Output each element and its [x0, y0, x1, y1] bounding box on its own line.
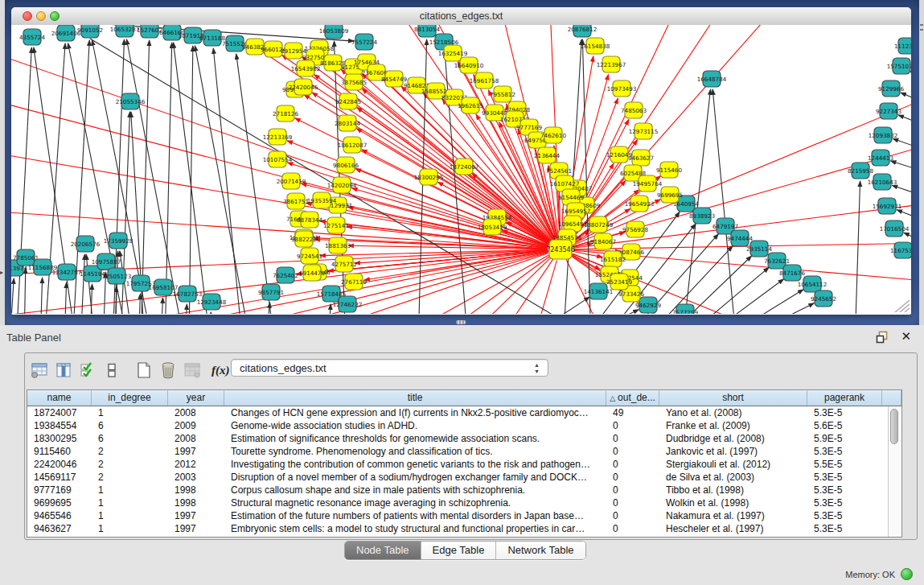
graph-edge: [728, 303, 814, 314]
table-cell: 1998: [168, 496, 224, 509]
table-row[interactable]: 1830029562008Estimation of significance …: [27, 432, 901, 445]
table-settings-icon[interactable]: [30, 360, 49, 380]
table-cell: 18724007: [27, 406, 92, 419]
graph-edge: [582, 39, 591, 314]
delete-table-icon[interactable]: [158, 360, 178, 380]
column-header-filler: [882, 390, 901, 406]
table-cell: 9115460: [27, 445, 92, 458]
graph-node-label: 2803144: [335, 120, 360, 127]
graph-edge: [138, 294, 141, 314]
show-columns-icon[interactable]: [54, 360, 73, 380]
graph-node-label: 2718126: [273, 110, 298, 117]
window-title: citations_edges.txt: [11, 10, 911, 22]
float-window-icon[interactable]: [876, 331, 889, 344]
column-header-short[interactable]: short: [659, 390, 807, 406]
graph-node-label: 9154469: [558, 194, 584, 201]
graph-node-label: 12213369: [263, 134, 293, 141]
table-cell: 2: [92, 471, 168, 484]
graph-node-label: 6914479: [299, 270, 325, 277]
table-cell: 1997: [168, 509, 224, 522]
table-cell: Changes of HCN gene expression and I(f) …: [224, 406, 606, 419]
table-header-row: namein_degreeyeartitle△out_de...shortpag…: [27, 390, 901, 406]
citation-network-graph[interactable]: 4355724206914069091052106532871527602646…: [11, 25, 911, 314]
tab-edge-table[interactable]: Edge Table: [421, 542, 497, 559]
vertical-scrollbar[interactable]: [888, 406, 901, 537]
graph-node-label: 7557224: [351, 39, 377, 46]
sort-ascending-icon: △: [610, 394, 615, 402]
table-row[interactable]: 1456911722003Disruption of a novel membe…: [27, 471, 901, 484]
table-cell: Disruption of a novel member of a sodium…: [224, 471, 606, 484]
table-cell: Yano et al. (2008): [659, 406, 807, 419]
memory-status-indicator: [901, 568, 913, 580]
graph-node-label: 15218506: [429, 39, 459, 46]
table-row[interactable]: 946362711997Embryonic stem cells: a mode…: [27, 522, 901, 535]
column-header-title[interactable]: title: [224, 390, 606, 406]
table-cell: Jankovic et al. (1997): [659, 445, 807, 458]
graph-edge: [713, 89, 737, 314]
graph-node-label: 10965493: [558, 220, 588, 228]
tab-network-table[interactable]: Network Table: [496, 542, 585, 559]
graph-edge: [898, 115, 911, 127]
function-builder-icon[interactable]: f(x): [211, 364, 230, 377]
table-row[interactable]: 1938455462009Genome-wide association stu…: [27, 419, 901, 432]
graph-edge: [64, 282, 67, 314]
graph-edge: [355, 169, 548, 245]
collapse-arrow-icon[interactable]: ▸: [0, 269, 3, 276]
table-row[interactable]: 1872400712008Changes of HCN gene express…: [27, 406, 901, 419]
scrollbar-thumb[interactable]: [890, 409, 898, 444]
table-cell: 0: [606, 484, 659, 496]
graph-node-label: 14136141: [584, 288, 614, 295]
network-desktop: ▸ citations_edges.txt 435572420691406909…: [0, 0, 924, 325]
table-row[interactable]: 911546021997Tourette syndrome. Phenomeno…: [27, 445, 901, 458]
table-cell: 5.5E-5: [807, 458, 882, 471]
table-row[interactable]: 946554611997Estimation of the future num…: [27, 509, 901, 522]
column-header-label: short: [722, 392, 744, 403]
column-header-in_degree[interactable]: in_degree: [92, 390, 168, 406]
table-cell: 9463627: [27, 522, 92, 535]
graph-edge: [572, 254, 600, 270]
table-cell: Franke et al. (2009): [659, 419, 807, 432]
graph-node-label: 8938923: [689, 212, 715, 220]
graph-node-label: 9129966: [878, 85, 904, 93]
graph-node-label: 4355724: [19, 34, 45, 41]
network-canvas[interactable]: 4355724206914069091052106532871527602646…: [11, 25, 911, 314]
graph-node-label: 9882222: [291, 236, 317, 243]
graph-edge: [189, 46, 193, 314]
table-row[interactable]: 977716911998Corpus callosum shape and si…: [27, 484, 901, 496]
column-header-out_de...[interactable]: △out_de...: [606, 390, 659, 406]
tab-node-table[interactable]: Node Table: [345, 542, 421, 559]
column-header-year[interactable]: year: [168, 390, 224, 406]
panel-splitter-handle[interactable]: [456, 320, 466, 324]
table-cell: Structural magnetic resonance image aver…: [224, 496, 606, 509]
column-header-pagerank[interactable]: pagerank: [807, 390, 882, 406]
table-row[interactable]: 969969511998Structural magnetic resonanc…: [27, 496, 901, 509]
resize-grip[interactable]: [889, 295, 910, 312]
graph-node-label: 7524561: [546, 167, 572, 175]
window-titlebar[interactable]: citations_edges.txt: [11, 7, 911, 26]
table-cell: 2009: [168, 419, 224, 432]
graph-node-label: 15751074: [887, 63, 911, 70]
graph-node-label: 1962615: [458, 102, 483, 109]
graph-node-label: 17016504: [880, 225, 910, 233]
table-cell: 49: [606, 406, 659, 419]
select-columns-icon[interactable]: [78, 360, 97, 380]
graph-node-label: 9091052: [77, 27, 103, 34]
table-cell: 0: [606, 522, 659, 535]
graph-node-label: 16782753: [173, 290, 203, 298]
column-header-name[interactable]: name: [27, 390, 92, 406]
memory-status-label: Memory: OK: [845, 570, 895, 579]
rows-icon[interactable]: [102, 360, 121, 380]
graph-node-label: 20071419: [277, 178, 306, 185]
table-panel: Table Panel ✕: [0, 325, 924, 585]
table-cell: 1: [92, 406, 168, 419]
close-panel-icon[interactable]: ✕: [901, 329, 911, 344]
graph-node-label: 9777169: [516, 124, 542, 131]
graph-node-label: 12213967: [597, 61, 626, 68]
table-selector-dropdown[interactable]: citations_edges.txt ▲▼: [231, 359, 548, 377]
table-row[interactable]: 2242004622012Investigating the contribut…: [27, 458, 901, 471]
table-cell: 2008: [168, 406, 224, 419]
table-cell: 5.3E-5: [807, 445, 882, 458]
graph-edge: [236, 54, 275, 314]
new-table-icon[interactable]: [134, 360, 154, 380]
graph-node-label: 7625402: [273, 272, 298, 279]
